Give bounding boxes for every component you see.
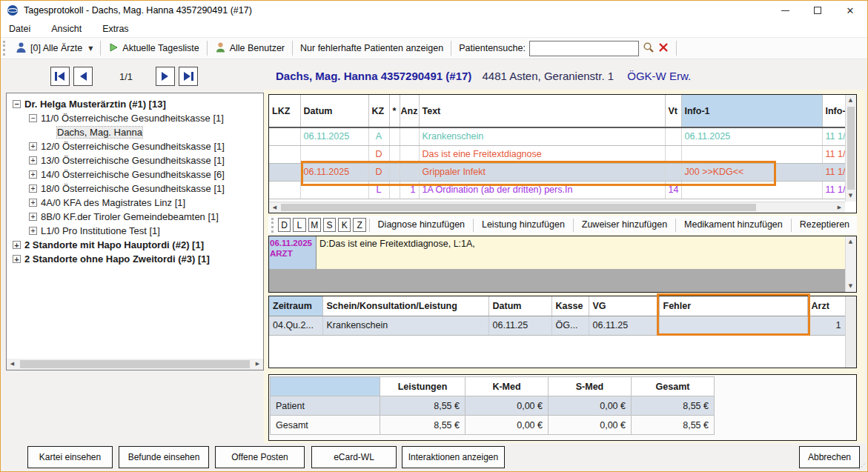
- toolbar-separator: [675, 219, 676, 232]
- previous-page-button[interactable]: [73, 67, 93, 86]
- tree-expand-icon[interactable]: +: [29, 199, 37, 207]
- day-note-row[interactable]: 06.11.2025 ARZT D:Das ist eine Freitextd…: [269, 236, 845, 269]
- claims-header-row: Zeitraum Schein/Konsultation/Leistung Da…: [269, 296, 845, 316]
- filter-k-button[interactable]: K: [338, 218, 351, 232]
- maximize-icon: [814, 7, 821, 14]
- add-medication-button[interactable]: Medikament hinzufügen: [677, 217, 790, 233]
- resize-grip-icon[interactable]: ⋰: [858, 462, 866, 471]
- clear-search-icon[interactable]: [658, 42, 669, 55]
- scroll-up-icon[interactable]: ▲: [845, 236, 856, 247]
- entries-vertical-scrollbar[interactable]: ▲ ▼: [845, 95, 856, 202]
- scroll-left-icon[interactable]: ◀: [269, 202, 280, 213]
- current-day-list-button[interactable]: Aktuelle Tagesliste: [102, 39, 205, 57]
- scroll-down-icon[interactable]: ▼: [845, 281, 856, 292]
- tree-expand-icon[interactable]: +: [29, 185, 37, 193]
- entry-row-ordination[interactable]: L 1 1A Ordination (ab der dritten) pers.…: [269, 181, 845, 199]
- entry-row-krankenschein[interactable]: 06.11.2025 A Krankenschein 06.11.2025 11…: [269, 127, 845, 145]
- tree-item-kasse[interactable]: +18/0 Österreichische Gesundheitskasse […: [7, 182, 263, 196]
- add-referrer-button[interactable]: Zuweiser hinzufügen: [574, 217, 675, 233]
- tree-collapse-icon[interactable]: −: [29, 114, 37, 122]
- entry-row-grippaler-infekt[interactable]: 06.11.2025 D Grippaler Infekt J00 >>KDG<…: [269, 163, 845, 181]
- minimize-button[interactable]: [769, 0, 801, 21]
- scroll-down-icon[interactable]: ▼: [845, 190, 856, 202]
- note-vertical-scrollbar[interactable]: ▲ ▼: [845, 236, 856, 292]
- tree-expand-icon[interactable]: +: [29, 227, 37, 235]
- col-text[interactable]: Text: [419, 95, 665, 127]
- add-service-button[interactable]: Leistung hinzufügen: [474, 217, 572, 233]
- col-vt[interactable]: Vt: [665, 95, 681, 127]
- tree-item-standort[interactable]: +2 Standorte mit Hapo Hauptordi (#2) [1]: [7, 238, 263, 252]
- filter-l-button[interactable]: L: [293, 218, 305, 232]
- tree-item-kasse[interactable]: +4A/0 KFA des Magistrates Linz [1]: [7, 196, 263, 210]
- col-datum[interactable]: Datum: [488, 296, 551, 316]
- tree-horizontal-scrollbar[interactable]: ◀ ▶: [7, 359, 263, 370]
- tree-item-kasse[interactable]: +14/0 Österreichische Gesundheitskasse […: [7, 167, 263, 182]
- offene-posten-button[interactable]: Offene Posten: [215, 446, 305, 468]
- col-info1[interactable]: Info-1: [681, 95, 822, 127]
- tree-collapse-icon[interactable]: −: [13, 100, 21, 108]
- maximize-button[interactable]: [801, 0, 834, 21]
- befunde-einsehen-button[interactable]: Befunde einsehen: [119, 446, 209, 468]
- scroll-right-icon[interactable]: ▶: [252, 359, 263, 370]
- tree-expand-icon[interactable]: +: [29, 142, 37, 150]
- interaktionen-anzeigen-button[interactable]: Interaktionen anzeigen: [402, 446, 505, 468]
- scrollbar-thumb[interactable]: [847, 107, 855, 190]
- ecard-wl-button[interactable]: eCard-WL: [311, 446, 397, 468]
- filter-z-button[interactable]: Z: [353, 218, 365, 232]
- entries-header-row: LKZ Datum KZ * Anz Text Vt Info-1 Info-: [269, 95, 845, 127]
- scroll-right-icon[interactable]: ▶: [834, 202, 845, 213]
- tree-expand-icon[interactable]: +: [13, 241, 21, 249]
- tree-item-standort[interactable]: +2 Standorte ohne Hapo Zweitordi (#3) [1…: [7, 252, 263, 266]
- last-page-button[interactable]: [179, 67, 198, 86]
- col-star[interactable]: *: [389, 95, 400, 127]
- tree-expand-icon[interactable]: +: [29, 213, 37, 221]
- tree-item-kasse[interactable]: +13/0 Österreichische Gesundheitskasse […: [7, 153, 263, 167]
- filter-m-button[interactable]: M: [308, 218, 321, 232]
- all-users-button[interactable]: Alle Benutzer: [209, 39, 291, 57]
- col-fehler[interactable]: Fehler: [659, 296, 807, 316]
- col-vg[interactable]: VG: [589, 296, 659, 316]
- col-datum[interactable]: Datum: [300, 95, 368, 127]
- tree-item-kasse[interactable]: +12/0 Österreichische Gesundheitskasse […: [7, 139, 263, 153]
- tree-expand-icon[interactable]: +: [29, 170, 37, 179]
- scroll-left-icon[interactable]: ◀: [7, 359, 18, 370]
- col-kasse[interactable]: Kasse: [551, 296, 589, 316]
- col-arzt[interactable]: Arzt: [807, 296, 845, 316]
- filter-s-button[interactable]: S: [323, 218, 336, 232]
- first-page-button[interactable]: [50, 67, 70, 86]
- search-icon[interactable]: [643, 41, 655, 56]
- entry-row-freitextdiagnose[interactable]: D Das ist eine Freitextdiagnose 11 1/: [269, 145, 845, 163]
- menu-extras[interactable]: Extras: [102, 21, 128, 37]
- menu-datei[interactable]: Datei: [9, 21, 30, 37]
- col-zeitraum[interactable]: Zeitraum: [269, 296, 322, 316]
- tree-item-patient[interactable]: Dachs, Mag. Hanna: [7, 125, 263, 139]
- tree-item-doctor[interactable]: −Dr. Helga Musterärztin (#1) [13]: [7, 97, 263, 111]
- scrollbar-thumb[interactable]: [20, 360, 250, 368]
- abbrechen-button[interactable]: Abbrechen: [799, 446, 860, 468]
- col-schein[interactable]: Schein/Konsultation/Leistung: [322, 296, 488, 316]
- only-error-patients-button[interactable]: Nur fehlerhafte Patienten anzeigen: [294, 39, 449, 57]
- claim-row-krankenschein[interactable]: 04.Qu.2... Krankenschein 06.11.25 ÖG... …: [269, 316, 845, 335]
- scroll-up-icon[interactable]: ▲: [845, 95, 856, 106]
- tree-item-kasse[interactable]: −11/0 Österreichische Gesundheitskasse […: [7, 111, 263, 125]
- menu-ansicht[interactable]: Ansicht: [51, 21, 82, 37]
- patient-search-input[interactable]: [529, 41, 639, 56]
- tree-expand-icon[interactable]: +: [13, 255, 21, 263]
- filter-d-button[interactable]: D: [278, 218, 291, 232]
- tree-item-kasse[interactable]: +L1/0 Pro Institutione Test [1]: [7, 224, 263, 238]
- add-diagnosis-button[interactable]: Diagnose hinzufügen: [371, 217, 472, 233]
- scrollbar-thumb[interactable]: [281, 204, 756, 211]
- col-anz[interactable]: Anz: [400, 95, 419, 127]
- doctors-filter-button[interactable]: [0] Alle Ärzte ▼: [10, 39, 99, 57]
- claims-scrollbar-gutter[interactable]: [845, 296, 856, 368]
- kartei-einsehen-button[interactable]: Kartei einsehen: [27, 446, 113, 468]
- entries-horizontal-scrollbar[interactable]: ◀ ▶: [269, 202, 845, 213]
- col-kz[interactable]: KZ: [368, 95, 389, 127]
- tree-expand-icon[interactable]: +: [29, 156, 37, 164]
- tree-item-kasse[interactable]: +8B/0 KF.der Tiroler Gemeindebeamten [1]: [7, 210, 263, 224]
- close-button[interactable]: ✕: [834, 0, 867, 21]
- col-info2[interactable]: Info-: [822, 95, 845, 127]
- prescribe-button[interactable]: Rezeptieren: [792, 217, 857, 233]
- col-lkz[interactable]: LKZ: [269, 95, 300, 127]
- next-page-button[interactable]: [156, 67, 175, 86]
